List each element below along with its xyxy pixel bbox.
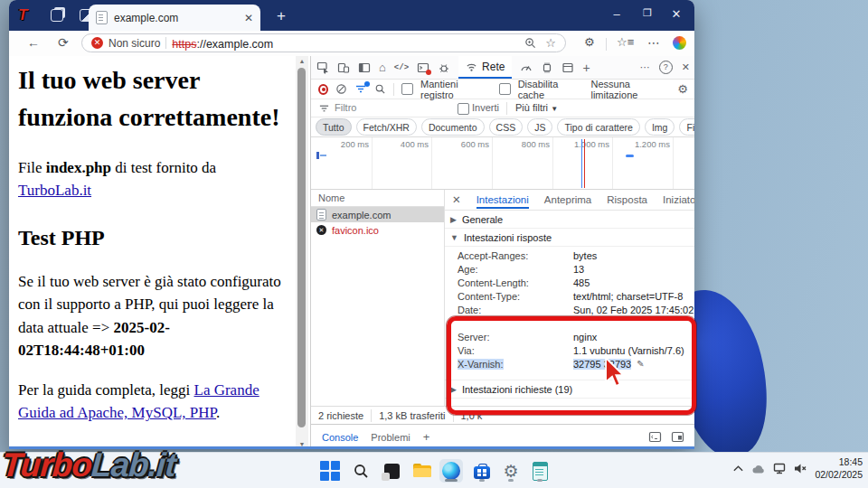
- search-icon[interactable]: [374, 83, 386, 95]
- memory-icon[interactable]: [541, 61, 553, 74]
- favorites-list-icon[interactable]: ☆≡: [617, 35, 634, 49]
- scroll-up-icon[interactable]: ▲: [296, 58, 308, 64]
- tab-initiator[interactable]: Iniziatore: [663, 194, 694, 205]
- column-header-name[interactable]: Nome: [318, 192, 344, 203]
- filter-input[interactable]: Filtro: [335, 102, 356, 113]
- filter-chip-media[interactable]: File multimediali: [679, 118, 694, 136]
- domcontentloaded-marker: [581, 139, 582, 188]
- inspect-icon[interactable]: [316, 61, 329, 74]
- request-row-favicon[interactable]: ✕ favicon.ico: [311, 222, 444, 238]
- taskbar-search-icon[interactable]: [349, 459, 373, 483]
- settings-gear-icon[interactable]: ⚙: [499, 459, 523, 483]
- devtools-drawer: Console Problemi +: [311, 424, 694, 449]
- favorite-star-icon[interactable]: ☆: [545, 36, 556, 50]
- file-explorer-icon[interactable]: [410, 459, 434, 483]
- record-icon[interactable]: [318, 84, 328, 95]
- section-response-headers[interactable]: ▼ Intestazioni risposte: [445, 229, 694, 247]
- window-close-button[interactable]: ✕: [669, 7, 684, 21]
- details-close-icon[interactable]: ✕: [452, 193, 461, 206]
- throttling-select[interactable]: Nessuna limitazione: [590, 79, 670, 100]
- drawer-tab-console[interactable]: Console: [322, 432, 358, 443]
- extensions-icon[interactable]: ⚙: [584, 35, 595, 49]
- devtools-more-icon[interactable]: ⋯: [640, 61, 650, 73]
- taskbar-clock[interactable]: 18:45 02/02/2025: [815, 456, 863, 481]
- page-scrollbar[interactable]: ▲ ▼: [296, 56, 308, 449]
- performance-icon[interactable]: [520, 61, 533, 74]
- taskbar-app-dark-icon[interactable]: [380, 459, 403, 483]
- onedrive-cloud-icon[interactable]: [751, 464, 766, 474]
- browser-tab[interactable]: example.com ✕: [89, 5, 260, 31]
- header-row-server: Server:nginx: [445, 330, 694, 343]
- filter-chip-xhr[interactable]: Fetch/XHR: [356, 118, 417, 136]
- filter-chip-font[interactable]: Tipo di carattere: [557, 118, 639, 136]
- more-filters-button[interactable]: Più filtri ▼: [515, 102, 558, 113]
- request-bar: [316, 152, 319, 159]
- maximize-button[interactable]: ❐: [640, 7, 655, 19]
- turbolab-link[interactable]: TurboLab.it: [18, 182, 91, 199]
- devtools-close-icon[interactable]: ✕: [682, 61, 690, 73]
- more-menu-icon[interactable]: ⋯: [647, 35, 660, 50]
- turbolab-favicon-icon: T: [18, 7, 34, 23]
- start-button[interactable]: [318, 459, 342, 483]
- tab-headers[interactable]: Intestazioni: [476, 191, 529, 209]
- xvarnish-value[interactable]: 32795 32793: [573, 359, 631, 370]
- device-toolbar-icon[interactable]: [337, 61, 350, 74]
- help-icon[interactable]: ?: [659, 61, 673, 74]
- tab-response[interactable]: Risposta: [607, 194, 647, 205]
- drawer-tab-problems[interactable]: Problemi: [371, 432, 410, 443]
- section-request-headers[interactable]: ▶ Intestazioni richieste (19): [445, 380, 694, 399]
- clear-icon[interactable]: [335, 83, 347, 95]
- new-tab-button[interactable]: +: [277, 7, 286, 25]
- preserve-log-checkbox[interactable]: [401, 83, 413, 95]
- edit-pencil-icon[interactable]: ✎: [637, 359, 644, 369]
- filter-chip-all[interactable]: Tutto: [316, 118, 352, 136]
- transferred-size: 1,3 kB trasferiti: [379, 410, 445, 421]
- address-bar[interactable]: ✕ Non sicuro https://example.com ☆: [81, 33, 566, 52]
- workspaces-icon[interactable]: [51, 9, 63, 22]
- network-timeline[interactable]: 200 ms 400 ms 600 ms 800 ms 1.000 ms 1.2…: [311, 137, 694, 190]
- invert-checkbox[interactable]: [458, 103, 469, 115]
- document-icon: [316, 209, 326, 221]
- application-icon[interactable]: [561, 61, 574, 74]
- chevron-down-icon: ▼: [551, 105, 558, 113]
- filter-chip-doc[interactable]: Documento: [421, 118, 485, 136]
- drawer-add-icon[interactable]: +: [423, 430, 430, 444]
- notepad-icon[interactable]: [528, 459, 552, 483]
- request-row-example[interactable]: example.com: [311, 207, 444, 222]
- navigation-bar: ← ⟳ ✕ Non sicuro https://example.com ☆ ⚙…: [9, 31, 694, 57]
- network-settings-icon[interactable]: ⚙: [677, 82, 688, 96]
- filter-chip-img[interactable]: Img: [645, 118, 675, 136]
- filter-chip-js[interactable]: JS: [527, 118, 552, 136]
- debug-icon[interactable]: [438, 61, 450, 74]
- microsoft-store-icon[interactable]: [470, 459, 494, 483]
- add-panel-icon[interactable]: +: [582, 61, 590, 75]
- filter-toggle-icon[interactable]: [354, 83, 367, 95]
- minimize-button[interactable]: –: [609, 7, 624, 21]
- dock-side-icon[interactable]: [358, 61, 371, 74]
- content-area: Il tuo web server funziona correttamente…: [9, 56, 694, 449]
- home-icon[interactable]: ⌂: [379, 61, 386, 74]
- back-icon[interactable]: ←: [27, 35, 40, 50]
- expand-drawer-icon[interactable]: [671, 431, 684, 443]
- elements-icon[interactable]: </>: [394, 63, 409, 72]
- console-icon[interactable]: [417, 61, 429, 74]
- zoom-icon[interactable]: [524, 37, 536, 49]
- refresh-icon[interactable]: ⟳: [58, 35, 69, 50]
- browser-window: T example.com ✕ + – ❐ ✕ ← ⟳ ✕ Non sicuro…: [9, 0, 694, 449]
- security-label: Non sicuro: [108, 37, 160, 50]
- tab-preview[interactable]: Anteprima: [544, 194, 591, 205]
- volume-muted-icon[interactable]: [794, 463, 807, 474]
- section-general[interactable]: ▶ Generale: [445, 211, 694, 229]
- copilot-icon[interactable]: [673, 36, 686, 50]
- tab-network[interactable]: Rete: [458, 56, 512, 79]
- tray-chevron-icon[interactable]: [732, 464, 744, 474]
- scrollbar-thumb[interactable]: [297, 68, 306, 427]
- disable-cache-checkbox[interactable]: [499, 83, 511, 95]
- dock-drawer-icon[interactable]: [648, 431, 662, 443]
- not-secure-icon: ✕: [91, 37, 103, 49]
- network-tray-icon[interactable]: [773, 463, 787, 474]
- resources-size: 1,0 k: [461, 410, 483, 421]
- filter-chip-css[interactable]: CSS: [489, 118, 524, 136]
- tab-close-icon[interactable]: ✕: [244, 13, 253, 23]
- edge-icon[interactable]: [439, 459, 463, 483]
